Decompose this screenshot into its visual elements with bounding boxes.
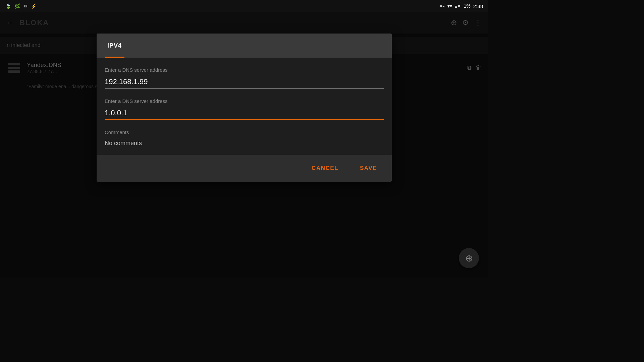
ipv4-tab-label: IPV4 <box>107 42 122 49</box>
ipv4-tab[interactable]: IPV4 <box>105 34 124 58</box>
cancel-button[interactable]: CANCEL <box>306 162 344 175</box>
save-button[interactable]: SAVE <box>355 162 382 175</box>
wifi-icon: ▾▾ <box>447 3 452 9</box>
status-bar-right: 🗝 ▾▾ ▴✕ 1% 2:38 <box>440 3 483 9</box>
dns-field1-label: Enter a DNS server address <box>105 67 384 73</box>
status-bar: 🍃 🌿 ✉ ⚡ 🗝 ▾▾ ▴✕ 1% 2:38 <box>0 0 488 12</box>
signal-icon: ▴✕ <box>455 3 461 9</box>
status-time: 2:38 <box>473 3 483 9</box>
dns-field2-wrap: Enter a DNS server address <box>105 98 384 120</box>
wifi-status-icon: 🍃 <box>5 3 11 9</box>
dialog-footer: CANCEL SAVE <box>97 155 392 182</box>
tab-active-indicator <box>105 57 124 58</box>
dns-field1-input[interactable] <box>105 75 384 89</box>
key-icon: 🗝 <box>440 3 445 9</box>
dns-field2-label: Enter a DNS server address <box>105 98 384 104</box>
dialog-body: Enter a DNS server address Enter a DNS s… <box>97 58 392 155</box>
status-bar-left: 🍃 🌿 ✉ ⚡ <box>5 3 37 9</box>
dns-field2-input[interactable] <box>105 107 384 120</box>
ipv4-dialog: IPV4 Enter a DNS server address Enter a … <box>97 34 392 182</box>
mail-status-icon: ✉ <box>23 3 28 9</box>
comments-label: Comments <box>105 129 384 135</box>
battery-percent: 1% <box>464 3 471 9</box>
dialog-header: IPV4 <box>97 34 392 58</box>
comments-section: Comments No comments <box>105 129 384 148</box>
comments-value: No comments <box>105 138 384 148</box>
flash-status-icon: ⚡ <box>31 3 37 9</box>
leaf-status-icon: 🌿 <box>14 3 20 9</box>
dns-field1-wrap: Enter a DNS server address <box>105 67 384 89</box>
